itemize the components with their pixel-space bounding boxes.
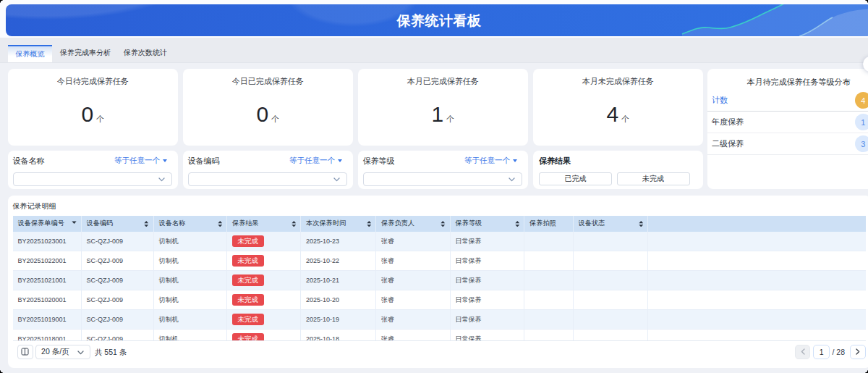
table-row[interactable]: BY20251023001SC-QZJ-009切制机未完成2025-10-23张… [13, 232, 866, 251]
count-badge: 3 [855, 135, 868, 153]
tab-maintenance-overview[interactable]: 保养概览 [8, 45, 52, 62]
table-row[interactable]: BY20251019001SC-QZJ-009切制机未完成2025-10-19张… [13, 310, 866, 330]
stat-unit: 个 [96, 114, 104, 125]
stat-title: 本月未完成保养任务 [533, 76, 704, 87]
columns-icon [21, 348, 29, 356]
filter-card-maintenance-level: 保养等级 等于任意一个 [358, 151, 529, 190]
prev-page-button[interactable] [795, 345, 811, 360]
filter-label: 设备名称 [13, 156, 45, 167]
filter-condition-dropdown[interactable]: 等于任意一个 [289, 156, 342, 166]
table-cell-result: 未完成 [227, 330, 301, 340]
tab-completion-rate-analysis[interactable]: 保养完成率分析 [60, 45, 111, 62]
distribution-label: 年度保养 [712, 117, 744, 127]
current-page-input[interactable]: 1 [813, 345, 830, 360]
filter-condition-dropdown[interactable]: 等于任意一个 [114, 156, 167, 166]
stat-title: 本月已完成保养任务 [358, 76, 529, 87]
device-name-select[interactable] [13, 172, 173, 186]
table-cell-time: 2025-10-23 [301, 232, 376, 251]
table-cell-filler [648, 290, 866, 309]
column-label: 保养等级 [456, 219, 482, 228]
table-header-cell-result[interactable]: 保养结果 [227, 216, 301, 232]
table-cell-filler [648, 271, 866, 290]
table-row[interactable]: BY20251018001SC-QZJ-009切制机未完成2025-10-18张… [13, 330, 866, 340]
filter-card-maintenance-result: 保养结果 已完成 未完成 [533, 151, 704, 190]
filter-label: 保养等级 [363, 156, 395, 167]
table-header-cell-level[interactable]: 保养等级 [451, 216, 525, 232]
filter-caret-icon [72, 221, 77, 225]
filter-condition-label: 等于任意一个 [464, 156, 510, 166]
table-row[interactable]: BY20251020001SC-QZJ-009切制机未完成2025-10-20张… [13, 290, 866, 310]
tab-maintenance-count-stats[interactable]: 保养次数统计 [124, 45, 167, 62]
table-row[interactable]: BY20251021001SC-QZJ-009切制机未完成2025-10-21张… [13, 271, 866, 290]
table-header-cell-device-code[interactable]: 设备编码 [82, 216, 154, 232]
stat-unit: 个 [271, 114, 279, 125]
status-badge-uncompleted: 未完成 [232, 235, 264, 247]
pagination-bar: 20 条/页 共 551 条 1 / 28 [13, 340, 866, 367]
table-header-cell-status[interactable]: 设备状态 [574, 216, 649, 232]
column-label: 设备名称 [159, 219, 186, 228]
table-cell-time: 2025-10-20 [301, 290, 376, 309]
table-header-cell-photo[interactable]: 保养拍照 [524, 216, 574, 232]
result-completed-button[interactable]: 已完成 [539, 172, 612, 186]
sort-icon [144, 221, 149, 227]
status-badge-uncompleted: 未完成 [232, 333, 264, 340]
records-table: 设备保养单编号设备编码设备名称保养结果本次保养时间保养负责人保养等级保养拍照设备… [13, 216, 866, 341]
table-cell-time: 2025-10-22 [301, 251, 376, 270]
table-cell-level: 日常保养 [451, 310, 525, 329]
maintenance-records-card: 保养记录明细 设备保养单编号设备编码设备名称保养结果本次保养时间保养负责人保养等… [8, 196, 868, 368]
table-cell-level: 日常保养 [451, 290, 525, 309]
device-code-select[interactable] [188, 172, 348, 186]
filter-condition-label: 等于任意一个 [289, 156, 335, 166]
distribution-row: 计数4 [707, 90, 868, 112]
column-settings-button[interactable] [17, 345, 33, 360]
next-page-button[interactable] [850, 345, 866, 360]
status-badge-uncompleted: 未完成 [232, 255, 264, 267]
table-cell-device-name: 切制机 [154, 310, 228, 329]
level-distribution-panel: 本月待完成保养任务等级分布 计数4年度保养1二级保养3 [707, 69, 868, 189]
stat-value: 0 [256, 102, 268, 127]
table-cell-order-no: BY20251022001 [13, 251, 82, 270]
stat-value: 1 [431, 102, 443, 127]
distribution-label: 二级保养 [712, 138, 744, 149]
dashboard-page: 保养统计看板 保养概览 保养完成率分析 保养次数统计 今日待完成保养任务 0 个… [0, 0, 868, 373]
chevron-down-icon [333, 177, 340, 182]
caret-down-icon [513, 159, 517, 162]
table-header-cell-time[interactable]: 本次保养时间 [301, 216, 376, 232]
table-cell-time: 2025-10-19 [301, 310, 376, 329]
maintenance-level-select[interactable] [363, 172, 523, 186]
table-cell-photo [524, 251, 574, 270]
table-cell-filler [648, 232, 866, 251]
stat-card-month-completed: 本月已完成保养任务 1 个 [358, 69, 529, 146]
filter-card-device-name: 设备名称 等于任意一个 [8, 151, 179, 190]
table-cell-order-no: BY20251018001 [13, 330, 82, 340]
table-cell-level: 日常保养 [451, 251, 525, 270]
table-body: BY20251023001SC-QZJ-009切制机未完成2025-10-23张… [13, 232, 866, 340]
chevron-down-icon [509, 177, 515, 182]
table-cell-device-code: SC-QZJ-009 [82, 290, 154, 309]
total-count-label: 共 551 条 [95, 345, 127, 360]
sort-icon [515, 221, 520, 227]
table-cell-filler [648, 330, 866, 340]
table-header-cell-device-name[interactable]: 设备名称 [154, 216, 228, 232]
chevron-left-icon [801, 348, 805, 355]
table-cell-level: 日常保养 [451, 271, 525, 290]
table-header-cell-owner[interactable]: 保养负责人 [376, 216, 451, 232]
result-uncompleted-button[interactable]: 未完成 [617, 172, 690, 186]
column-label: 设备保养单编号 [18, 219, 64, 228]
table-header-cell-order-no[interactable]: 设备保养单编号 [13, 216, 82, 232]
table-row[interactable]: BY20251022001SC-QZJ-009切制机未完成2025-10-22张… [13, 251, 866, 271]
stat-card-today-completed: 今日已完成保养任务 0 个 [183, 69, 354, 146]
table-cell-filler [648, 251, 866, 270]
total-pages-label: / 28 [832, 345, 845, 360]
column-label: 设备编码 [87, 219, 114, 228]
page-size-select[interactable]: 20 条/页 [35, 345, 90, 360]
filter-condition-dropdown[interactable]: 等于任意一个 [464, 156, 517, 166]
table-cell-owner: 张睿 [376, 330, 451, 340]
table-cell-status [574, 271, 649, 290]
table-cell-device-code: SC-QZJ-009 [82, 232, 154, 251]
table-header-row: 设备保养单编号设备编码设备名称保养结果本次保养时间保养负责人保养等级保养拍照设备… [13, 216, 866, 232]
distribution-row: 二级保养3 [707, 133, 868, 155]
table-cell-photo [524, 271, 574, 290]
table-cell-status [574, 251, 649, 270]
table-cell-result: 未完成 [227, 271, 301, 290]
